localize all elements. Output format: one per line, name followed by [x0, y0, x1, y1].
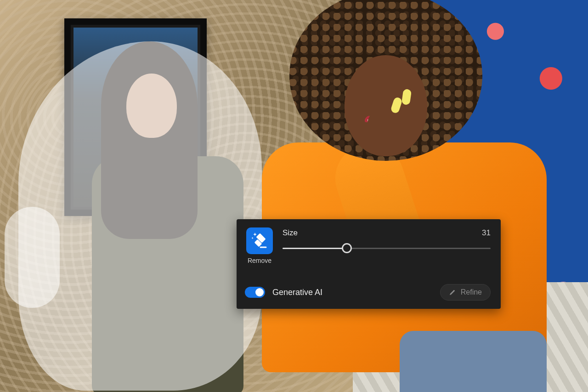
generative-ai-toggle[interactable] — [245, 287, 265, 298]
refine-button[interactable]: Refine — [440, 284, 491, 301]
size-label: Size — [283, 228, 298, 238]
toggle-knob — [255, 288, 264, 296]
size-value: 31 — [482, 228, 491, 238]
eraser-sparkle-icon — [250, 232, 269, 250]
photo-canvas[interactable]: Remove Size 31 Generative AI — [0, 0, 588, 392]
size-slider[interactable] — [283, 243, 491, 253]
remove-tool-label: Remove — [248, 257, 271, 264]
person-foreground — [253, 0, 537, 392]
brush-selection-mask[interactable] — [18, 41, 262, 391]
pencil-icon — [449, 289, 456, 296]
remove-tool-button[interactable] — [246, 227, 273, 254]
remove-tool-panel: Remove Size 31 Generative AI — [237, 219, 501, 309]
generative-ai-label: Generative AI — [272, 288, 322, 297]
size-slider-thumb[interactable] — [342, 243, 352, 253]
refine-label: Refine — [461, 288, 482, 296]
